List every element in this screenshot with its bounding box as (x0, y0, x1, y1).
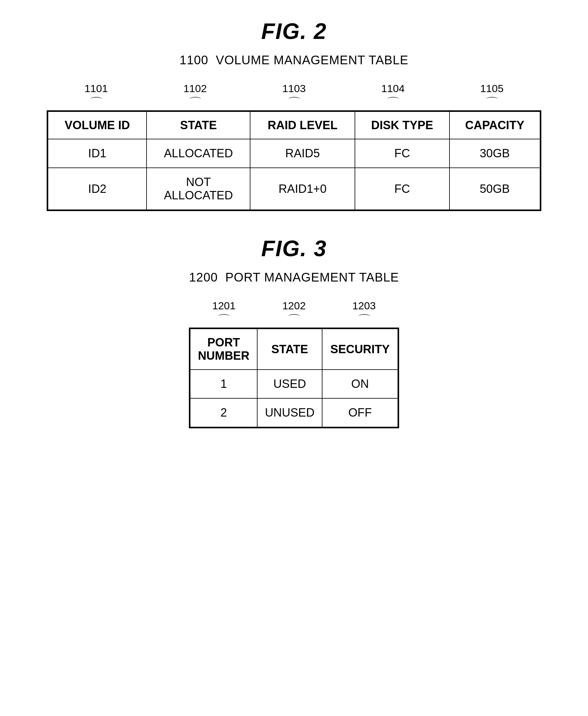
volume-table-header-row: VOLUME ID STATE RAID LEVEL DISK TYPE CAP… (48, 112, 540, 139)
fig2-section: FIG. 2 1100 VOLUME MANAGEMENT TABLE 1101… (47, 19, 541, 211)
col-header-security: SECURITY (322, 329, 398, 370)
ref-col-1102: 1102 ⌒ (146, 83, 245, 108)
cell-volume-id-1: ID1 (48, 139, 147, 168)
table-row: ID2 NOTALLOCATED RAID1+0 FC 50GB (48, 168, 540, 210)
cell-security-2: OFF (322, 398, 398, 427)
cell-volume-id-2: ID2 (48, 168, 147, 210)
volume-table: VOLUME ID STATE RAID LEVEL DISK TYPE CAP… (48, 111, 540, 210)
col-header-raid-level: RAID LEVEL (250, 112, 355, 139)
cell-port-state-1: USED (257, 370, 322, 398)
cell-capacity-1: 30GB (449, 139, 540, 168)
col-header-state: STATE (147, 112, 250, 139)
cell-capacity-2: 50GB (449, 168, 540, 210)
cell-disk-1: FC (355, 139, 449, 168)
cell-raid-1: RAID5 (250, 139, 355, 168)
ref-col-1203: 1203 ⌒ (329, 300, 399, 325)
cell-port-2: 2 (190, 398, 257, 427)
cell-port-state-2: UNUSED (257, 398, 322, 427)
port-management-table: PORTNUMBER STATE SECURITY 1 USED ON 2 UN… (189, 328, 399, 428)
fig3-section: FIG. 3 1200 PORT MANAGEMENT TABLE 1201 ⌒… (47, 236, 541, 428)
fig3-col-refs: 1201 ⌒ 1202 ⌒ 1203 ⌒ (189, 300, 399, 325)
port-table-header-row: PORTNUMBER STATE SECURITY (190, 329, 398, 370)
fig2-col-refs: 1101 ⌒ 1102 ⌒ 1103 ⌒ 1104 ⌒ 1105 ⌒ (47, 83, 541, 110)
port-table: PORTNUMBER STATE SECURITY 1 USED ON 2 UN… (190, 328, 398, 427)
fig3-title: FIG. 3 (261, 236, 327, 261)
fig2-title: FIG. 2 (261, 19, 327, 44)
col-header-volume-id: VOLUME ID (48, 112, 147, 139)
cell-state-2: NOTALLOCATED (147, 168, 250, 210)
col-header-port-state: STATE (257, 329, 322, 370)
table-row: 2 UNUSED OFF (190, 398, 398, 427)
cell-port-1: 1 (190, 370, 257, 398)
ref-col-1201: 1201 ⌒ (189, 300, 259, 325)
ref-col-1101: 1101 ⌒ (47, 83, 146, 108)
fig3-table-title: 1200 PORT MANAGEMENT TABLE (189, 270, 399, 284)
cell-security-1: ON (322, 370, 398, 398)
cell-raid-2: RAID1+0 (250, 168, 355, 210)
col-header-disk-type: DISK TYPE (355, 112, 449, 139)
col-header-port-number: PORTNUMBER (190, 329, 257, 370)
table-row: 1 USED ON (190, 370, 398, 398)
ref-col-1202: 1202 ⌒ (259, 300, 329, 325)
ref-col-1103: 1103 ⌒ (245, 83, 343, 108)
cell-state-1: ALLOCATED (147, 139, 250, 168)
col-header-capacity: CAPACITY (449, 112, 540, 139)
ref-col-1104: 1104 ⌒ (343, 83, 442, 108)
cell-disk-2: FC (355, 168, 449, 210)
fig2-table-title: 1100 VOLUME MANAGEMENT TABLE (180, 53, 408, 67)
table-row: ID1 ALLOCATED RAID5 FC 30GB (48, 139, 540, 168)
volume-management-table: VOLUME ID STATE RAID LEVEL DISK TYPE CAP… (47, 110, 541, 211)
ref-col-1105: 1105 ⌒ (442, 83, 541, 108)
